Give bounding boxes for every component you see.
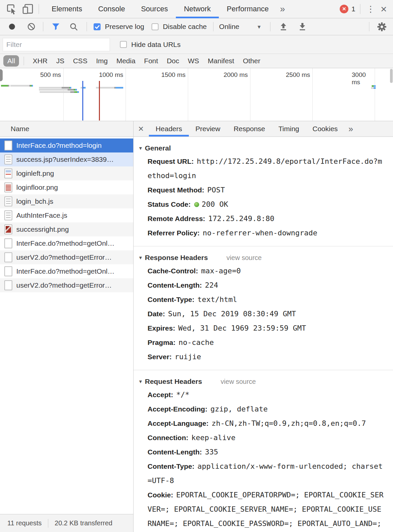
- section-header: ▼Request Headersview source: [136, 376, 386, 388]
- waterfall-segment: [374, 87, 376, 89]
- header-item: Content-Length:335: [136, 445, 386, 459]
- clear-network-log-icon[interactable]: [27, 22, 36, 31]
- overview-handle[interactable]: [0, 69, 3, 81]
- more-panels-icon[interactable]: »: [277, 4, 288, 14]
- disclosure-triangle-icon[interactable]: ▼: [136, 379, 145, 384]
- details-tab-preview[interactable]: Preview: [189, 121, 227, 136]
- details-tab-cookies[interactable]: Cookies: [306, 121, 344, 136]
- close-details-icon[interactable]: ×: [134, 121, 149, 136]
- error-count: 1: [351, 5, 355, 13]
- request-row[interactable]: InterFace.do?method=getOnl…: [0, 264, 133, 278]
- request-row[interactable]: loginleft.png: [0, 166, 133, 180]
- filter-input[interactable]: [3, 38, 110, 51]
- type-filter-img[interactable]: Img: [96, 57, 108, 65]
- disable-cache-label[interactable]: Disable cache: [163, 23, 207, 31]
- clear-glyph: [27, 22, 36, 31]
- header-item-label: Accept-Language:: [148, 419, 208, 427]
- funnel-glyph: [52, 23, 60, 31]
- details-tab-response[interactable]: Response: [227, 121, 272, 136]
- type-filter-media[interactable]: Media: [116, 57, 135, 65]
- close-devtools-icon[interactable]: ×: [376, 3, 391, 15]
- request-row[interactable]: loginfloor.png: [0, 180, 133, 194]
- disclosure-triangle-icon[interactable]: ▼: [136, 255, 145, 260]
- view-source-link[interactable]: view source: [221, 378, 256, 386]
- header-item-label: Accept-Encoding:: [148, 405, 207, 413]
- inspect-element-icon[interactable]: [6, 3, 17, 15]
- header-item: Cache-Control:max-age=0: [136, 264, 386, 278]
- name-column-header[interactable]: Name: [0, 121, 133, 137]
- type-filter-ws[interactable]: WS: [188, 57, 199, 65]
- document-file-icon: [4, 154, 12, 164]
- document-file-icon: [4, 238, 12, 248]
- gear-icon[interactable]: [377, 22, 387, 32]
- network-overview-waterfall[interactable]: 500 ms1000 ms1500 ms2000 ms2500 ms3000 m…: [0, 68, 393, 121]
- waterfall-segment: [10, 85, 29, 87]
- console-error-summary[interactable]: ✕ 1: [340, 5, 355, 13]
- request-row[interactable]: successright.png: [0, 222, 133, 236]
- details-tab-headers[interactable]: Headers: [149, 121, 189, 136]
- search-icon[interactable]: [69, 22, 78, 31]
- header-item-label: Request Method:: [148, 186, 204, 194]
- header-item-value: 200 OK: [202, 200, 228, 208]
- type-filter-all[interactable]: All: [3, 55, 19, 67]
- type-filter-css[interactable]: CSS: [73, 57, 87, 65]
- request-row[interactable]: AuthInterFace.js: [0, 208, 133, 222]
- hide-data-urls-checkbox[interactable]: [120, 41, 127, 48]
- tab-console[interactable]: Console: [90, 0, 133, 18]
- disable-cache-checkbox[interactable]: [152, 23, 159, 30]
- request-name: successright.png: [16, 225, 69, 233]
- request-name: loginfloor.png: [16, 183, 58, 191]
- header-item-label: Status Code:: [148, 200, 191, 208]
- request-row[interactable]: userV2.do?method=getError…: [0, 278, 133, 292]
- type-filter-manifest[interactable]: Manifest: [208, 57, 234, 65]
- more-details-tabs-icon[interactable]: »: [344, 121, 357, 136]
- tab-performance[interactable]: Performance: [219, 0, 277, 18]
- import-har-icon[interactable]: [279, 22, 287, 31]
- hide-data-urls-label[interactable]: Hide data URLs: [131, 41, 181, 49]
- filter-icon[interactable]: [52, 23, 60, 31]
- arrow-down-glyph: [298, 22, 306, 31]
- load-event-line: [99, 81, 100, 121]
- disclosure-triangle-icon[interactable]: ▼: [136, 145, 145, 151]
- type-filter-js[interactable]: JS: [56, 57, 65, 65]
- header-item-label: Server:: [148, 353, 172, 361]
- waterfall-bar: [40, 91, 79, 93]
- kebab-menu-icon[interactable]: ⋮: [365, 4, 376, 14]
- request-row[interactable]: InterFace.do?method=login: [0, 138, 133, 152]
- type-filter-doc[interactable]: Doc: [167, 57, 179, 65]
- request-row[interactable]: login_bch.js: [0, 194, 133, 208]
- request-row[interactable]: success.jsp?userIndex=3839…: [0, 152, 133, 166]
- section-header: ▼General: [136, 142, 386, 154]
- header-item-label: Cache-Control:: [148, 267, 198, 275]
- tab-elements[interactable]: Elements: [44, 0, 90, 18]
- waterfall-segment: [62, 87, 69, 89]
- timeline-tick-label: 2000 ms: [223, 71, 248, 79]
- request-row[interactable]: InterFace.do?method=getOnl…: [0, 236, 133, 250]
- record-network-log-icon[interactable]: [8, 22, 16, 31]
- type-filter-xhr[interactable]: XHR: [33, 57, 47, 65]
- waterfall-segment: [32, 85, 33, 87]
- type-filter-font[interactable]: Font: [144, 57, 158, 65]
- header-item: Request URL:http://172.25.249.8/eportal/…: [136, 154, 386, 183]
- header-item: Date:Sun, 15 Dec 2019 08:30:49 GMT: [136, 307, 386, 321]
- header-item-value: 335: [205, 448, 218, 456]
- overview-scrollbar-thumb[interactable]: [390, 69, 393, 83]
- header-item-value: 224: [205, 281, 218, 289]
- device-toolbar-icon[interactable]: [22, 3, 34, 15]
- tab-sources[interactable]: Sources: [133, 0, 176, 18]
- preserve-log-label[interactable]: Preserve log: [105, 23, 144, 31]
- throttling-value: Online: [219, 23, 239, 31]
- preserve-log-checkbox[interactable]: [94, 23, 101, 30]
- header-item: Server:ruijie: [136, 350, 386, 364]
- throttling-select[interactable]: Online ▼: [219, 23, 262, 31]
- section-title: Response Headers: [145, 254, 208, 262]
- request-row[interactable]: userV2.do?method=getError…: [0, 250, 133, 264]
- type-filter-other[interactable]: Other: [243, 57, 260, 65]
- header-item-label: Date:: [148, 310, 165, 318]
- view-source-link[interactable]: view source: [226, 254, 262, 262]
- header-item-label: Content-Type:: [148, 296, 195, 303]
- tab-network[interactable]: Network: [176, 0, 219, 18]
- details-tab-timing[interactable]: Timing: [272, 121, 306, 136]
- export-har-icon[interactable]: [298, 22, 306, 31]
- divider: [369, 22, 369, 31]
